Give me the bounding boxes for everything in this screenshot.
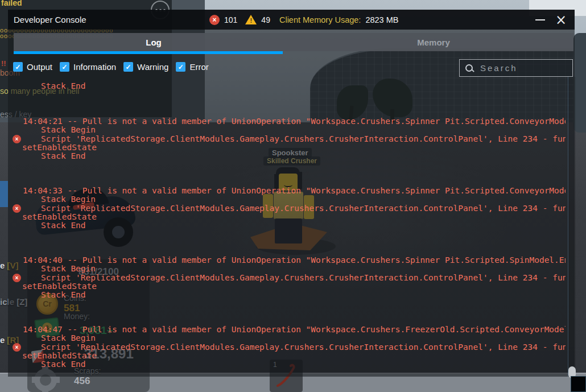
log-stack-line: Stack End [8, 360, 566, 369]
log-output-area: Stack End 14:04:21 -- Pull is not a vali… [8, 80, 575, 377]
tab-log[interactable]: Log [14, 33, 294, 51]
screenshot-root: Spookster Skilled Crusher failed ooooooo… [0, 0, 586, 392]
warning-count: 49 [261, 15, 270, 24]
log-stack-line: Stack End [8, 221, 566, 230]
checkbox-checked-icon: ✓ [176, 62, 185, 72]
search-box [459, 59, 573, 77]
tab-memory[interactable]: Memory [294, 33, 573, 51]
error-count-icon: × [209, 15, 220, 25]
log-stack-line: Stack Begin [8, 265, 566, 273]
error-entry-icon: × [13, 135, 21, 143]
log-stack-line: Stack End [8, 291, 566, 299]
checkbox-checked-icon: ✓ [13, 62, 23, 72]
log-stack-line: Stack Begin [8, 126, 566, 134]
scraps-value: 456 [74, 376, 90, 387]
filter-group: ✓ Output ✓ Information ✓ Warning ✓ Error [13, 62, 209, 72]
window-controls: × [535, 10, 567, 30]
warning-count-icon: ! [245, 15, 257, 24]
log-message: -- Pull is not a valid member of UnionOp… [68, 187, 566, 195]
log-stack-line: setEnabledState [8, 213, 566, 221]
log-message: -- Pull is not a valid member of UnionOp… [68, 325, 566, 334]
filter-information[interactable]: ✓ Information [60, 62, 116, 72]
filter-output[interactable]: ✓ Output [13, 62, 52, 72]
log-line-partial: Stack End [8, 82, 86, 90]
log-timestamp: 14:04:33 [23, 187, 63, 195]
close-button[interactable]: × [555, 14, 567, 26]
chat-message: failed [1, 0, 22, 7]
log-timestamp: 14:04:47 [23, 325, 63, 334]
scrollbar-track[interactable] [568, 77, 576, 377]
log-stack-line: Stack End [8, 152, 566, 160]
log-timestamp: 14:04:21 [23, 117, 63, 126]
console-filter-bar: ✓ Output ✓ Information ✓ Warning ✓ Error [8, 54, 575, 80]
filter-error[interactable]: ✓ Error [176, 62, 208, 72]
console-title-bar: Developer Console × 101 ! 49 Client Memo… [8, 10, 575, 30]
error-entry-icon: × [13, 274, 21, 282]
filter-warning[interactable]: ✓ Warning [123, 62, 168, 72]
log-timestamp: 14:04:40 [23, 256, 63, 265]
chat-message: !! [1, 59, 6, 68]
log-entry: 14:04:47 -- Pull is not a valid member o… [8, 325, 566, 369]
log-stack-line: setEnabledState [8, 143, 566, 152]
log-stack-line: Script 'ReplicatedStorage.ClientModules.… [8, 204, 566, 213]
minimize-button[interactable] [535, 19, 545, 20]
corner-box [571, 376, 586, 392]
search-icon [465, 64, 474, 73]
log-stack-line: Script 'ReplicatedStorage.ClientModules.… [8, 135, 566, 143]
log-stack-line: Script 'ReplicatedStorage.ClientModules.… [8, 274, 566, 282]
checkbox-checked-icon: ✓ [60, 62, 69, 72]
search-input[interactable] [479, 63, 572, 73]
log-entry: 14:04:40 -- Pull is not a valid member o… [8, 256, 566, 299]
memory-usage-label: Client Memory Usage: [279, 15, 361, 24]
error-entry-icon: × [13, 343, 21, 352]
log-stack-line: setEnabledState [8, 352, 566, 360]
log-stack-line: Stack Begin [8, 334, 566, 343]
log-message: -- Pull is not a valid member of UnionOp… [68, 117, 566, 126]
side-menu-tab[interactable] [0, 181, 8, 207]
log-stack-line: setEnabledState [8, 282, 566, 291]
console-title: Developer Console [14, 15, 86, 24]
log-entry: 14:04:33 -- Pull is not a valid member o… [8, 187, 566, 230]
checkbox-checked-icon: ✓ [123, 62, 133, 72]
log-stack-line: Script 'ReplicatedStorage.ClientModules.… [8, 343, 566, 352]
memory-usage-value: 2823 MB [365, 15, 398, 24]
log-message: -- Pull is not a valid member of UnionOp… [68, 256, 566, 265]
developer-console-window: Developer Console × 101 ! 49 Client Memo… [8, 10, 575, 377]
status-cluster: × 101 ! 49 Client Memory Usage: 2823 MB [209, 10, 398, 30]
log-entry: 14:04:21 -- Pull is not a valid member o… [8, 117, 566, 160]
console-tab-bar: Log Memory [14, 33, 573, 51]
error-entry-icon: × [13, 204, 21, 213]
error-count: 101 [224, 15, 237, 24]
log-stack-line: Stack Begin [8, 195, 566, 204]
